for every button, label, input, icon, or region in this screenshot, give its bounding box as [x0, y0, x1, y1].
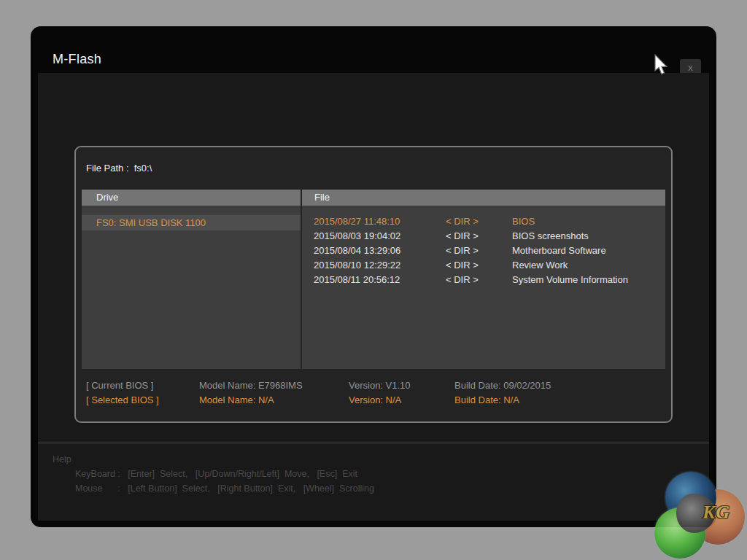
file-row-bios[interactable]: 2015/08/27 11:48:10 < DIR > BIOS — [302, 214, 665, 229]
separator-line — [38, 443, 709, 443]
file-date: 2015/08/11 20:56:12 — [302, 273, 446, 287]
help-section: Help KeyBoard : [Enter] Select, [Up/Down… — [53, 452, 374, 496]
file-column-header: File — [302, 190, 665, 206]
current-bios-build-date: Build Date: 09/02/2015 — [450, 378, 665, 393]
file-type: < DIR > — [446, 214, 512, 229]
selected-bios-build-date: Build Date: N/A — [450, 393, 665, 408]
window-title: M-Flash — [53, 52, 101, 67]
file-type: < DIR > — [446, 258, 512, 273]
file-date: 2015/08/10 12:29:22 — [302, 258, 446, 273]
file-row-review-work[interactable]: 2015/08/10 12:29:22 < DIR > Review Work — [302, 258, 665, 273]
selected-bios-version: Version: N/A — [344, 393, 450, 408]
kitguru-watermark-logo: KG — [654, 470, 746, 560]
help-mouse-line: Mouse : [Left Button] Select, [Right But… — [75, 481, 374, 496]
drive-row-fs0[interactable]: FS0: SMI USB DISK 1100 — [82, 215, 301, 230]
file-date: 2015/08/04 13:29:06 — [302, 244, 446, 258]
selected-bios-model: Model Name: N/A — [195, 393, 344, 408]
file-name: BIOS screenshots — [512, 229, 665, 244]
drive-list: FS0: SMI USB DISK 1100 — [82, 206, 301, 369]
file-type: < DIR > — [446, 229, 512, 244]
selected-bios-label: [ Selected BIOS ] — [82, 393, 195, 408]
file-row-motherboard-software[interactable]: 2015/08/04 13:29:06 < DIR > Motherboard … — [302, 244, 665, 258]
file-name: Motherboard Software — [512, 244, 665, 258]
mouse-cursor-icon — [654, 54, 670, 77]
selected-bios-row: [ Selected BIOS ] Model Name: N/A Versio… — [82, 393, 665, 408]
help-title: Help — [53, 452, 374, 467]
table-body: FS0: SMI USB DISK 1100 2015/08/27 11:48:… — [82, 206, 665, 369]
logo-kg-text: KG — [703, 502, 730, 524]
current-bios-label: [ Current BIOS ] — [82, 378, 195, 393]
current-bios-row: [ Current BIOS ] Model Name: E7968IMS Ve… — [82, 378, 665, 393]
drive-column-header: Drive — [82, 190, 301, 206]
file-row-bios-screenshots[interactable]: 2015/08/03 19:04:02 < DIR > BIOS screens… — [302, 229, 665, 244]
current-bios-model: Model Name: E7968IMS — [195, 378, 344, 393]
file-path-label: File Path : fs0:\ — [86, 163, 152, 174]
file-date: 2015/08/27 11:48:10 — [302, 214, 446, 229]
page-background: M-Flash x File Path : fs0:\ Drive File F… — [0, 0, 747, 560]
mflash-window: M-Flash x File Path : fs0:\ Drive File F… — [31, 26, 716, 527]
file-list: 2015/08/27 11:48:10 < DIR > BIOS 2015/08… — [302, 206, 665, 369]
file-type: < DIR > — [446, 273, 512, 287]
table-header: Drive File — [82, 190, 665, 206]
file-row-system-volume-information[interactable]: 2015/08/11 20:56:12 < DIR > System Volum… — [302, 273, 665, 287]
bios-info: [ Current BIOS ] Model Name: E7968IMS Ve… — [82, 378, 665, 408]
content-area: File Path : fs0:\ Drive File FS0: SMI US… — [38, 73, 709, 521]
file-name: BIOS — [512, 214, 665, 229]
file-name: Review Work — [512, 258, 665, 273]
file-type: < DIR > — [446, 244, 512, 258]
file-date: 2015/08/03 19:04:02 — [302, 229, 446, 244]
help-keyboard-line: KeyBoard : [Enter] Select, [Up/Down/Righ… — [75, 467, 374, 481]
current-bios-version: Version: V1.10 — [344, 378, 450, 393]
file-name: System Volume Information — [512, 273, 665, 287]
file-browser-panel: File Path : fs0:\ Drive File FS0: SMI US… — [74, 146, 673, 423]
